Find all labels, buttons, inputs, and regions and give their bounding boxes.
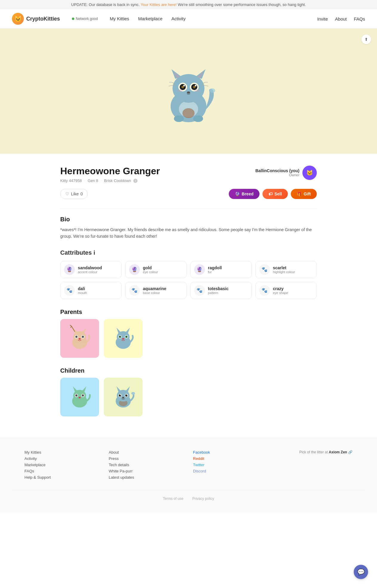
breed-icon: 🔮: [235, 192, 240, 196]
cattribute-type-aquamarine: base colour: [143, 291, 166, 295]
cattributes-label: Cattributes: [60, 249, 92, 256]
kitty-cooldown: Brisk Cooldown: [104, 178, 131, 183]
svg-marker-52: [82, 386, 86, 392]
svg-point-24: [193, 115, 203, 122]
svg-point-67: [120, 394, 121, 395]
svg-marker-51: [73, 386, 78, 392]
svg-marker-62: [125, 386, 130, 392]
nav-activity[interactable]: Activity: [171, 16, 186, 21]
cattribute-aquamarine[interactable]: 🐾 aquamarine base colour: [125, 282, 187, 299]
footer-latest-updates[interactable]: Latest updates: [109, 475, 184, 480]
sell-button[interactable]: 🏷 Sell: [262, 189, 288, 199]
svg-line-33: [70, 325, 72, 326]
cattribute-info-totesbasic: totesbasic pattern: [208, 286, 228, 295]
children-cards-row: [60, 378, 317, 416]
meta-dot2: ·: [101, 178, 102, 183]
nav-about[interactable]: About: [335, 16, 347, 21]
svg-point-17: [195, 85, 197, 87]
nav-faqs[interactable]: FAQs: [354, 16, 365, 21]
parent-kitty-2-svg: [110, 325, 137, 352]
footer-twitter[interactable]: Twitter: [193, 463, 268, 467]
kitty-name: Hermeowone Granger: [60, 166, 160, 177]
svg-point-2: [183, 108, 195, 118]
like-label: Like: [71, 192, 79, 196]
owner-info: BallinConscious (you) Owner: [255, 168, 299, 177]
footer-col-2: About Press Tech details White Pa-purr L…: [109, 450, 184, 481]
svg-point-37: [75, 336, 78, 338]
footer-terms[interactable]: Terms of use: [163, 497, 183, 501]
svg-point-25: [210, 88, 215, 93]
child-card-1[interactable]: [60, 378, 99, 416]
announcement-link[interactable]: Your Kitties are here!: [141, 2, 177, 7]
cattributes-info-icon[interactable]: i: [94, 249, 95, 256]
bio-section: Bio *waves*! I'm Hermeowone Granger. My …: [60, 216, 317, 240]
svg-line-32: [72, 326, 75, 332]
footer-white-paper[interactable]: White Pa-purr: [109, 469, 184, 473]
cattribute-info-ragdoll: ragdoll fur: [208, 265, 222, 274]
cattribute-icon-ragdoll: 🔮: [194, 264, 205, 275]
svg-point-19: [193, 86, 195, 88]
cattribute-dali[interactable]: 🐾 dali mouth: [60, 282, 122, 299]
nav-logo[interactable]: 🐱 CryptoKitties: [12, 13, 60, 25]
share-button[interactable]: ⬆: [361, 35, 371, 44]
logo-icon: 🐱: [12, 13, 24, 25]
footer-reddit[interactable]: Reddit: [193, 456, 268, 461]
parent-card-2[interactable]: [104, 319, 143, 358]
cattribute-crazy[interactable]: 🐾 crazy eye shape: [255, 282, 317, 299]
gift-label: Gift: [304, 192, 311, 196]
svg-point-39: [78, 338, 81, 340]
nav-invite[interactable]: Invite: [317, 16, 328, 21]
logo-text: CryptoKitties: [26, 16, 60, 22]
cattribute-sandalwood[interactable]: 🔮 sandalwood accent colour: [60, 261, 122, 278]
nav-marketplace[interactable]: Marketplace: [138, 16, 163, 21]
footer-col-3: Facebook Reddit Twitter Discord: [193, 450, 268, 481]
svg-point-69: [122, 397, 124, 398]
footer-press[interactable]: Press: [109, 456, 184, 461]
svg-point-47: [125, 336, 127, 338]
like-button[interactable]: ♡ Like 0: [60, 189, 88, 199]
child-card-2[interactable]: [104, 378, 143, 416]
footer-col-4: Pick of the litter at Axiom Zen 🔗: [277, 450, 353, 481]
kitty-id: Kitty 447958: [60, 178, 82, 183]
footer-privacy[interactable]: Privacy policy: [192, 497, 214, 501]
cattribute-info-crazy: crazy eye shape: [273, 286, 288, 295]
svg-point-48: [122, 338, 124, 340]
footer-activity[interactable]: Activity: [24, 456, 100, 461]
like-count: 0: [81, 192, 83, 196]
svg-point-18: [182, 86, 184, 88]
cattribute-type-sandalwood: accent colour: [78, 270, 102, 274]
breed-button[interactable]: 🔮 Breed: [229, 189, 259, 199]
footer-discord[interactable]: Discord: [193, 469, 268, 473]
like-heart-icon: ♡: [65, 192, 69, 196]
nav-my-kitties[interactable]: My Kitties: [110, 16, 129, 21]
cattribute-icon-gold: 🔮: [129, 264, 140, 275]
footer-help[interactable]: Help & Support: [24, 475, 100, 480]
parent-kitty-1-svg: [66, 325, 93, 352]
footer-about[interactable]: About: [109, 450, 184, 455]
footer-tech-details[interactable]: Tech details: [109, 463, 184, 467]
footer-marketplace[interactable]: Marketplace: [24, 463, 100, 467]
svg-marker-31: [82, 328, 86, 333]
kitty-meta: Kitty 447958 · Gen 8 · Brisk Cooldown i: [60, 178, 160, 183]
cattribute-name-dali: dali: [78, 286, 87, 291]
footer-my-kitties[interactable]: My Kitties: [24, 450, 100, 455]
cattribute-scarlet[interactable]: 🐾 scarlet highlight colour: [255, 261, 317, 278]
svg-point-22: [194, 89, 200, 92]
cattribute-gold[interactable]: 🔮 gold eye colour: [125, 261, 187, 278]
main-content: Hermeowone Granger Kitty 447958 · Gen 8 …: [54, 154, 323, 438]
owner-name: BallinConscious (you): [255, 168, 299, 173]
gift-button[interactable]: 🎁 Gift: [291, 189, 317, 199]
cattribute-name-scarlet: scarlet: [273, 265, 295, 270]
cattribute-ragdoll[interactable]: 🔮 ragdoll fur: [190, 261, 252, 278]
cattribute-icon-crazy: 🐾: [259, 285, 270, 296]
kitty-svg: [153, 55, 224, 127]
svg-point-3: [172, 74, 204, 103]
cooldown-info-icon[interactable]: i: [133, 179, 137, 183]
footer-facebook[interactable]: Facebook: [193, 450, 268, 455]
parent-card-1[interactable]: [60, 319, 99, 358]
cattribute-totesbasic[interactable]: 🐾 totesbasic pattern: [190, 282, 252, 299]
footer-faqs[interactable]: FAQs: [24, 469, 100, 473]
owner-avatar[interactable]: 🐱: [302, 166, 317, 180]
svg-marker-42: [117, 328, 121, 333]
cattribute-icon-aquamarine: 🐾: [129, 285, 140, 296]
